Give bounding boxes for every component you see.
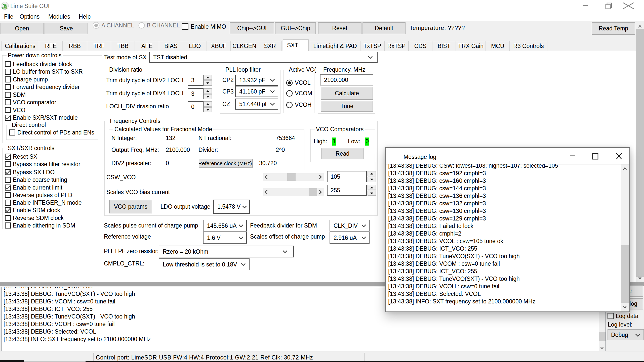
svg-text:Lime: Lime [2,7,7,9]
